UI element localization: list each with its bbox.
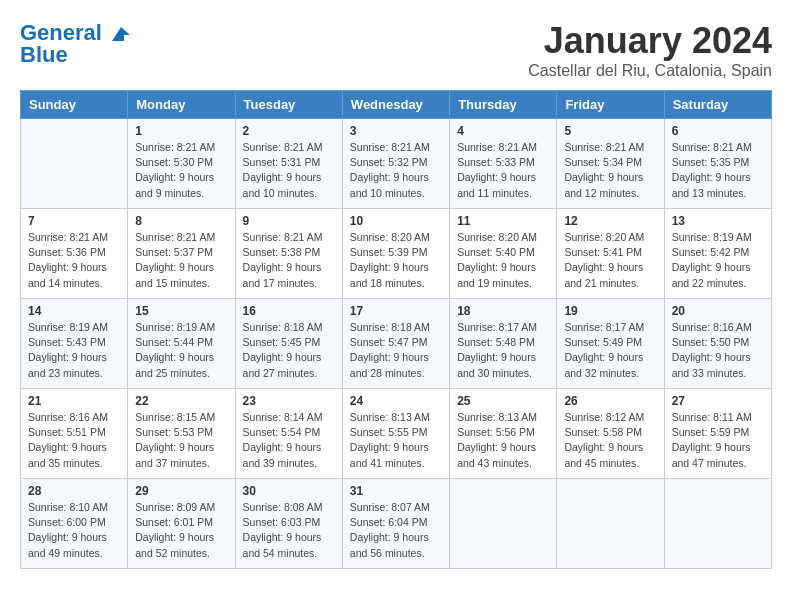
day-info: Sunrise: 8:13 AMSunset: 5:56 PMDaylight:…: [457, 410, 549, 471]
day-number: 10: [350, 214, 442, 228]
calendar-cell: 19Sunrise: 8:17 AMSunset: 5:49 PMDayligh…: [557, 299, 664, 389]
day-info: Sunrise: 8:17 AMSunset: 5:49 PMDaylight:…: [564, 320, 656, 381]
calendar-cell: [450, 479, 557, 569]
day-info: Sunrise: 8:18 AMSunset: 5:47 PMDaylight:…: [350, 320, 442, 381]
day-number: 12: [564, 214, 656, 228]
day-info: Sunrise: 8:16 AMSunset: 5:51 PMDaylight:…: [28, 410, 120, 471]
day-info: Sunrise: 8:16 AMSunset: 5:50 PMDaylight:…: [672, 320, 764, 381]
calendar-week-row: 21Sunrise: 8:16 AMSunset: 5:51 PMDayligh…: [21, 389, 772, 479]
day-number: 16: [243, 304, 335, 318]
calendar-cell: 8Sunrise: 8:21 AMSunset: 5:37 PMDaylight…: [128, 209, 235, 299]
logo-icon: [110, 25, 132, 43]
day-number: 7: [28, 214, 120, 228]
calendar-cell: [664, 479, 771, 569]
location: Castellar del Riu, Catalonia, Spain: [528, 62, 772, 80]
calendar-week-row: 14Sunrise: 8:19 AMSunset: 5:43 PMDayligh…: [21, 299, 772, 389]
day-info: Sunrise: 8:19 AMSunset: 5:43 PMDaylight:…: [28, 320, 120, 381]
header-tuesday: Tuesday: [235, 91, 342, 119]
calendar-cell: 13Sunrise: 8:19 AMSunset: 5:42 PMDayligh…: [664, 209, 771, 299]
calendar-cell: 15Sunrise: 8:19 AMSunset: 5:44 PMDayligh…: [128, 299, 235, 389]
day-number: 18: [457, 304, 549, 318]
calendar-cell: 30Sunrise: 8:08 AMSunset: 6:03 PMDayligh…: [235, 479, 342, 569]
calendar-cell: 25Sunrise: 8:13 AMSunset: 5:56 PMDayligh…: [450, 389, 557, 479]
day-number: 13: [672, 214, 764, 228]
day-info: Sunrise: 8:07 AMSunset: 6:04 PMDaylight:…: [350, 500, 442, 561]
calendar-cell: 4Sunrise: 8:21 AMSunset: 5:33 PMDaylight…: [450, 119, 557, 209]
day-info: Sunrise: 8:21 AMSunset: 5:37 PMDaylight:…: [135, 230, 227, 291]
calendar-cell: 28Sunrise: 8:10 AMSunset: 6:00 PMDayligh…: [21, 479, 128, 569]
day-number: 11: [457, 214, 549, 228]
day-number: 3: [350, 124, 442, 138]
month-title: January 2024: [528, 20, 772, 62]
day-number: 30: [243, 484, 335, 498]
day-number: 23: [243, 394, 335, 408]
calendar-cell: 14Sunrise: 8:19 AMSunset: 5:43 PMDayligh…: [21, 299, 128, 389]
calendar-cell: [557, 479, 664, 569]
calendar-week-row: 7Sunrise: 8:21 AMSunset: 5:36 PMDaylight…: [21, 209, 772, 299]
day-number: 22: [135, 394, 227, 408]
calendar-cell: 17Sunrise: 8:18 AMSunset: 5:47 PMDayligh…: [342, 299, 449, 389]
day-info: Sunrise: 8:15 AMSunset: 5:53 PMDaylight:…: [135, 410, 227, 471]
logo: General Blue: [20, 20, 132, 68]
day-info: Sunrise: 8:21 AMSunset: 5:30 PMDaylight:…: [135, 140, 227, 201]
header-monday: Monday: [128, 91, 235, 119]
calendar-cell: 2Sunrise: 8:21 AMSunset: 5:31 PMDaylight…: [235, 119, 342, 209]
calendar-week-row: 28Sunrise: 8:10 AMSunset: 6:00 PMDayligh…: [21, 479, 772, 569]
day-info: Sunrise: 8:17 AMSunset: 5:48 PMDaylight:…: [457, 320, 549, 381]
day-number: 31: [350, 484, 442, 498]
header-wednesday: Wednesday: [342, 91, 449, 119]
calendar-cell: 11Sunrise: 8:20 AMSunset: 5:40 PMDayligh…: [450, 209, 557, 299]
calendar-cell: 26Sunrise: 8:12 AMSunset: 5:58 PMDayligh…: [557, 389, 664, 479]
day-info: Sunrise: 8:13 AMSunset: 5:55 PMDaylight:…: [350, 410, 442, 471]
day-number: 28: [28, 484, 120, 498]
calendar-cell: 29Sunrise: 8:09 AMSunset: 6:01 PMDayligh…: [128, 479, 235, 569]
calendar-week-row: 1Sunrise: 8:21 AMSunset: 5:30 PMDaylight…: [21, 119, 772, 209]
day-number: 29: [135, 484, 227, 498]
svg-marker-0: [112, 27, 130, 41]
day-number: 6: [672, 124, 764, 138]
calendar-cell: [21, 119, 128, 209]
calendar-cell: 23Sunrise: 8:14 AMSunset: 5:54 PMDayligh…: [235, 389, 342, 479]
calendar-cell: 16Sunrise: 8:18 AMSunset: 5:45 PMDayligh…: [235, 299, 342, 389]
day-info: Sunrise: 8:20 AMSunset: 5:41 PMDaylight:…: [564, 230, 656, 291]
day-info: Sunrise: 8:21 AMSunset: 5:38 PMDaylight:…: [243, 230, 335, 291]
calendar-cell: 24Sunrise: 8:13 AMSunset: 5:55 PMDayligh…: [342, 389, 449, 479]
calendar-cell: 22Sunrise: 8:15 AMSunset: 5:53 PMDayligh…: [128, 389, 235, 479]
calendar-cell: 10Sunrise: 8:20 AMSunset: 5:39 PMDayligh…: [342, 209, 449, 299]
days-header-row: SundayMondayTuesdayWednesdayThursdayFrid…: [21, 91, 772, 119]
calendar-cell: 6Sunrise: 8:21 AMSunset: 5:35 PMDaylight…: [664, 119, 771, 209]
day-number: 9: [243, 214, 335, 228]
header-friday: Friday: [557, 91, 664, 119]
day-number: 27: [672, 394, 764, 408]
day-info: Sunrise: 8:21 AMSunset: 5:33 PMDaylight:…: [457, 140, 549, 201]
calendar-body: 1Sunrise: 8:21 AMSunset: 5:30 PMDaylight…: [21, 119, 772, 569]
day-number: 24: [350, 394, 442, 408]
title-block: January 2024 Castellar del Riu, Cataloni…: [528, 20, 772, 80]
day-info: Sunrise: 8:20 AMSunset: 5:40 PMDaylight:…: [457, 230, 549, 291]
day-info: Sunrise: 8:19 AMSunset: 5:42 PMDaylight:…: [672, 230, 764, 291]
day-number: 8: [135, 214, 227, 228]
day-info: Sunrise: 8:10 AMSunset: 6:00 PMDaylight:…: [28, 500, 120, 561]
day-info: Sunrise: 8:19 AMSunset: 5:44 PMDaylight:…: [135, 320, 227, 381]
day-info: Sunrise: 8:21 AMSunset: 5:34 PMDaylight:…: [564, 140, 656, 201]
day-info: Sunrise: 8:11 AMSunset: 5:59 PMDaylight:…: [672, 410, 764, 471]
calendar-cell: 20Sunrise: 8:16 AMSunset: 5:50 PMDayligh…: [664, 299, 771, 389]
day-number: 26: [564, 394, 656, 408]
day-info: Sunrise: 8:20 AMSunset: 5:39 PMDaylight:…: [350, 230, 442, 291]
calendar-header: SundayMondayTuesdayWednesdayThursdayFrid…: [21, 91, 772, 119]
calendar-cell: 3Sunrise: 8:21 AMSunset: 5:32 PMDaylight…: [342, 119, 449, 209]
day-info: Sunrise: 8:14 AMSunset: 5:54 PMDaylight:…: [243, 410, 335, 471]
day-number: 21: [28, 394, 120, 408]
day-number: 20: [672, 304, 764, 318]
day-info: Sunrise: 8:18 AMSunset: 5:45 PMDaylight:…: [243, 320, 335, 381]
calendar-cell: 7Sunrise: 8:21 AMSunset: 5:36 PMDaylight…: [21, 209, 128, 299]
day-number: 19: [564, 304, 656, 318]
calendar-cell: 12Sunrise: 8:20 AMSunset: 5:41 PMDayligh…: [557, 209, 664, 299]
day-info: Sunrise: 8:21 AMSunset: 5:36 PMDaylight:…: [28, 230, 120, 291]
calendar-cell: 27Sunrise: 8:11 AMSunset: 5:59 PMDayligh…: [664, 389, 771, 479]
header-sunday: Sunday: [21, 91, 128, 119]
day-info: Sunrise: 8:21 AMSunset: 5:32 PMDaylight:…: [350, 140, 442, 201]
calendar-cell: 9Sunrise: 8:21 AMSunset: 5:38 PMDaylight…: [235, 209, 342, 299]
calendar-cell: 21Sunrise: 8:16 AMSunset: 5:51 PMDayligh…: [21, 389, 128, 479]
day-number: 4: [457, 124, 549, 138]
